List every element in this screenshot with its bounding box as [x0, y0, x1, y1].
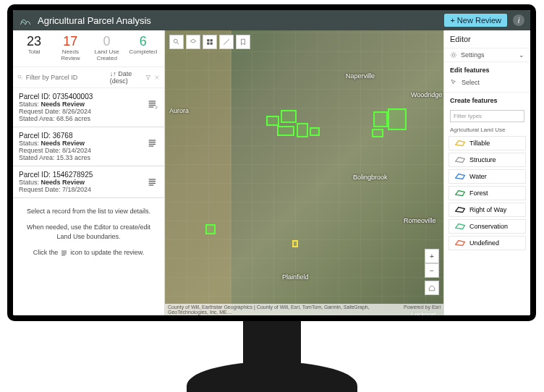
review-icon[interactable] — [147, 137, 158, 149]
titlebar: Agricultural Parcel Analysis + New Revie… — [13, 10, 530, 30]
svg-point-11 — [452, 54, 455, 56]
parcel-card[interactable]: Parcel ID: 36768 Status: Needs Review Re… — [13, 127, 164, 166]
app-screen: Agricultural Parcel Analysis + New Revie… — [13, 10, 530, 315]
new-review-button[interactable]: + New Review — [444, 14, 507, 27]
feature-label: Undefined — [469, 239, 499, 247]
stat-value: 17 — [52, 35, 88, 48]
info-icon[interactable]: i — [513, 14, 524, 26]
left-panel: 23 Total 17 Needs Review 0 Land Use Crea… — [13, 30, 165, 315]
filter-icon[interactable] — [145, 74, 151, 81]
svg-point-4 — [174, 39, 177, 43]
map-attribution: County of Will, Earthstar Geographics | … — [165, 304, 443, 315]
feature-label: Conservation — [469, 223, 508, 230]
review-icon[interactable] — [147, 98, 158, 110]
parcel-id: Parcel ID: 0735400003 — [19, 93, 158, 101]
feature-type-row[interactable]: Right of Way — [449, 203, 526, 217]
map-search-button[interactable] — [169, 35, 184, 49]
map-canvas[interactable]: Naperville Aurora Woodridge Bolingbrook … — [165, 30, 443, 315]
svg-marker-6 — [190, 39, 196, 43]
gear-icon — [450, 51, 457, 59]
stat-label: Completed — [125, 49, 161, 56]
editor-panel: Editor Settings ⌄ Edit features Select C… — [443, 30, 530, 315]
feature-label: Structure — [469, 156, 496, 163]
polygon-icon — [455, 239, 465, 247]
chevron-down-icon: ⌄ — [519, 51, 524, 59]
select-tool[interactable]: Select — [444, 77, 530, 93]
stat-land-use: 0 Land Use Created — [89, 35, 125, 62]
zoom-in-button[interactable]: + — [425, 249, 439, 263]
feature-label: Water — [469, 173, 487, 180]
search-icon — [17, 74, 23, 81]
parcel-card[interactable]: Parcel ID: 0735400003 Status: Needs Revi… — [13, 88, 164, 127]
map-parcel — [205, 224, 216, 234]
feature-label: Right of Way — [469, 206, 506, 213]
map-measure-button[interactable] — [219, 35, 234, 49]
stat-total: 23 Total — [16, 35, 52, 62]
filter-input[interactable] — [26, 74, 107, 81]
settings-label: Settings — [461, 51, 485, 59]
parcel-area: Stated Area: 68.56 acres — [19, 115, 158, 122]
map-bookmark-button[interactable] — [236, 35, 250, 49]
feature-label: Tillable — [469, 140, 490, 147]
zoom-out-button[interactable]: − — [425, 263, 439, 278]
map-label: Plainfield — [282, 273, 309, 281]
map-label: Bolingbrook — [353, 174, 388, 181]
cursor-icon — [450, 79, 457, 86]
parcel-card[interactable]: Parcel ID: 1546278925 Status: Needs Revi… — [13, 166, 164, 198]
parcel-date: Request Date: 7/18/2024 — [19, 186, 158, 193]
filter-types-input[interactable]: Filter types — [450, 110, 524, 122]
select-label: Select — [462, 79, 480, 86]
polygon-icon — [455, 223, 465, 230]
svg-line-1 — [20, 77, 22, 79]
map-label: Aurora — [169, 107, 189, 114]
parcel-status: Status: Needs Review — [19, 179, 158, 186]
stat-label: Land Use Created — [89, 49, 125, 62]
parcel-id: Parcel ID: 36768 — [19, 132, 158, 140]
polygon-icon — [455, 156, 465, 163]
svg-point-0 — [18, 75, 21, 78]
info-line: When needed, use the Editor to create/ed… — [25, 223, 153, 241]
create-features-label: Create features — [444, 93, 530, 107]
monitor-stand-neck — [243, 321, 301, 365]
svg-rect-7 — [207, 39, 209, 41]
feature-type-conservation[interactable]: Conservation — [449, 219, 526, 234]
map-parcel — [292, 240, 298, 247]
editor-settings[interactable]: Settings ⌄ — [444, 48, 530, 62]
stat-label: Total — [16, 49, 52, 56]
sort-toggle[interactable]: ↓↑ Date (desc) — [110, 70, 143, 85]
stat-value: 6 — [125, 35, 161, 48]
parcel-list: Parcel ID: 0735400003 Status: Needs Revi… — [13, 88, 164, 198]
content-area: 23 Total 17 Needs Review 0 Land Use Crea… — [13, 30, 530, 315]
map-parcel — [310, 127, 320, 136]
map-layers-button[interactable] — [186, 35, 200, 49]
app-title: Agricultural Parcel Analysis — [38, 15, 438, 26]
editor-title: Editor — [444, 30, 530, 48]
app-logo-icon — [19, 14, 32, 27]
map-parcel — [388, 108, 407, 130]
attribution-text: County of Will, Earthstar Geographics | … — [168, 304, 404, 315]
review-icon — [60, 249, 69, 257]
feature-type-water[interactable]: Water — [449, 169, 526, 184]
map-parcel — [277, 126, 294, 136]
stat-value: 0 — [89, 35, 125, 48]
feature-type-undefined[interactable]: Undefined — [449, 236, 526, 250]
info-text: Select a record from the list to view de… — [13, 198, 164, 273]
parcel-status: Status: Needs Review — [19, 101, 158, 108]
feature-label: Forest — [469, 189, 488, 197]
info-line: Select a record from the list to view de… — [25, 207, 153, 216]
map-parcel — [266, 116, 279, 126]
svg-rect-10 — [211, 43, 213, 45]
clear-icon[interactable] — [154, 74, 160, 81]
review-icon[interactable] — [147, 176, 158, 188]
map-label: Woodridge — [411, 91, 442, 98]
home-button[interactable] — [425, 281, 439, 295]
svg-rect-9 — [207, 43, 209, 45]
parcel-id: Parcel ID: 1546278925 — [19, 171, 158, 179]
feature-type-structure[interactable]: Structure — [449, 153, 526, 167]
map-basemap-button[interactable] — [203, 35, 217, 49]
feature-type-forest[interactable]: Forest — [449, 186, 526, 200]
info-line: Click the icon to update the review. — [25, 248, 153, 257]
stats-row: 23 Total 17 Needs Review 0 Land Use Crea… — [13, 30, 164, 67]
feature-type-tillable[interactable]: Tillable — [449, 136, 526, 150]
monitor-stand-base — [187, 362, 357, 392]
